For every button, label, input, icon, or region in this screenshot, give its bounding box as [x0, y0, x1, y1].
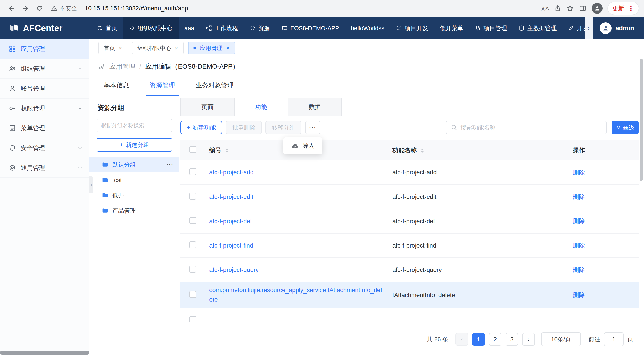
prev-page-button[interactable]: ‹ [456, 333, 468, 346]
sidebar-item-menu-management[interactable]: 菜单管理 [0, 118, 89, 138]
new-group-button[interactable]: + 新建分组 [96, 138, 172, 152]
transfer-group-button[interactable]: 转移分组 [266, 121, 302, 134]
browser-profile-avatar[interactable] [592, 3, 602, 14]
function-code-link[interactable]: afc-f-project-find [209, 242, 253, 249]
group-item-lowcode[interactable]: 低开 [89, 188, 179, 203]
app-logo[interactable]: AFCenter [0, 17, 89, 39]
function-code-link[interactable]: afc-f-project-add [209, 169, 254, 176]
function-code-link[interactable]: com.primeton.liujie.resource_apply_servi… [209, 287, 382, 303]
browser-update-button[interactable]: 更新 ⋮ [608, 2, 638, 15]
sort-icon[interactable] [226, 149, 229, 153]
group-search-input[interactable] [96, 119, 172, 132]
row-checkbox[interactable] [190, 217, 196, 224]
horizontal-scrollbar-thumb[interactable] [0, 351, 89, 355]
nav-scroll-right-button[interactable]: › [585, 17, 592, 39]
vertical-scrollbar-thumb[interactable] [640, 58, 643, 181]
tab-functions[interactable]: 功能 [234, 98, 288, 116]
row-checkbox[interactable] [190, 316, 196, 322]
tab-resource-management[interactable]: 资源管理 [150, 81, 175, 95]
nav-item-org-auth-center[interactable]: 组织权限中心 [123, 17, 178, 39]
close-icon[interactable]: × [175, 45, 178, 51]
tab-basic-info[interactable]: 基本信息 [104, 81, 129, 95]
browser-back-button[interactable] [6, 2, 18, 14]
tab-data[interactable]: 数据 [288, 98, 342, 116]
sort-icon[interactable] [421, 149, 424, 153]
goto-page-input[interactable] [604, 333, 624, 346]
nav-item-aaa[interactable]: aaa [178, 17, 200, 39]
browser-refresh-button[interactable] [33, 2, 46, 14]
nav-item-in-development[interactable]: 开发中 [562, 17, 585, 39]
nav-item-resource[interactable]: 资源 [244, 17, 276, 39]
group-item-test[interactable]: test [89, 172, 179, 188]
delete-link[interactable]: 删除 [573, 267, 585, 273]
sidebar-item-org-management[interactable]: 组织管理 [0, 59, 89, 79]
function-code-link[interactable]: afc-f-project-del [209, 218, 252, 225]
nav-item-lowcode-menu[interactable]: 低开菜单 [434, 17, 469, 39]
address-bar[interactable]: 不安全 10.15.15.151:13082/#/menu_auth/app [51, 4, 533, 12]
delete-link[interactable]: 删除 [573, 242, 585, 249]
sidebar-item-security-management[interactable]: 安全管理 [0, 138, 89, 158]
delete-link[interactable]: 删除 [573, 194, 585, 200]
page-button-3[interactable]: 3 [506, 333, 518, 346]
side-panel-icon[interactable] [579, 5, 586, 12]
nav-item-eos8-demo-app[interactable]: EOS8-DEMO-APP [276, 17, 345, 39]
tab-chip-home[interactable]: 首页 × [98, 42, 128, 54]
close-icon[interactable]: × [226, 45, 229, 51]
nav-item-project-mgmt[interactable]: 项目管理 [469, 17, 513, 39]
nav-item-workflow[interactable]: 工作流程 [200, 17, 244, 39]
function-search-box[interactable] [446, 121, 606, 134]
function-search-input[interactable] [460, 124, 602, 131]
nav-item-master-data[interactable]: 主数据管理 [513, 17, 562, 39]
delete-link[interactable]: 删除 [573, 292, 585, 299]
row-checkbox[interactable] [190, 168, 196, 175]
security-status[interactable]: 不安全 [51, 4, 77, 12]
app-chart-icon [98, 63, 105, 70]
group-item-product-mgmt[interactable]: 产品管理 [89, 203, 179, 218]
sidebar-item-label: 应用管理 [21, 45, 45, 53]
row-checkbox[interactable] [190, 193, 196, 200]
group-more-icon[interactable]: ··· [166, 161, 174, 168]
column-header-name[interactable]: 功能名称 [383, 140, 564, 160]
row-checkbox[interactable] [190, 266, 196, 273]
sidebar-item-permission-management[interactable]: 权限管理 [0, 99, 89, 118]
page-button-1[interactable]: 1 [472, 333, 485, 346]
tab-chip-org-auth-center[interactable]: 组织权限中心 × [132, 42, 184, 54]
group-item-default[interactable]: 默认分组 ··· [89, 157, 179, 172]
bookmark-star-icon[interactable] [566, 5, 574, 12]
browser-menu-icon[interactable]: ⋮ [628, 5, 634, 12]
panel-collapse-handle[interactable]: ‹ [89, 176, 93, 193]
sidebar-item-account-management[interactable]: 账号管理 [0, 79, 89, 99]
browser-forward-button[interactable] [20, 2, 32, 14]
translate-icon[interactable]: 文A [540, 5, 549, 12]
function-code-link[interactable]: afc-f-project-edit [209, 194, 253, 200]
close-icon[interactable]: × [118, 45, 122, 51]
nav-item-project-dev[interactable]: 项目开发 [390, 17, 434, 39]
sidebar-item-general-management[interactable]: 通用管理 [0, 158, 89, 178]
tab-chip-app-management[interactable]: 应用管理 × [188, 42, 235, 54]
page-button-2[interactable]: 2 [489, 333, 502, 346]
nav-item-home[interactable]: 首页 [91, 17, 123, 39]
row-checkbox[interactable] [190, 242, 196, 248]
delete-link[interactable]: 删除 [573, 169, 585, 176]
page-size-select[interactable]: 10条/页 [541, 333, 581, 346]
user-menu[interactable]: admin [592, 17, 644, 39]
next-page-button[interactable]: › [522, 333, 535, 346]
tab-business-object-management[interactable]: 业务对象管理 [196, 81, 234, 95]
workflow-icon [206, 25, 212, 31]
more-actions-button[interactable]: ··· [305, 121, 320, 134]
new-function-button[interactable]: + 新建功能 [180, 121, 222, 134]
user-avatar [600, 22, 612, 34]
import-menu-item[interactable]: 导入 [283, 137, 322, 154]
function-code-link[interactable]: afc-f-project-query [209, 267, 259, 273]
row-checkbox[interactable] [190, 291, 196, 298]
select-all-checkbox[interactable] [190, 146, 196, 153]
share-icon[interactable] [554, 5, 561, 12]
nav-item-helloworldss[interactable]: helloWorldss [345, 17, 390, 39]
button-label: 批量删除 [232, 124, 256, 132]
delete-link[interactable]: 删除 [573, 218, 585, 225]
batch-delete-button[interactable]: 批量删除 [226, 121, 262, 134]
breadcrumb-parent[interactable]: 应用管理 [109, 62, 135, 71]
sidebar-item-app-management[interactable]: 应用管理 [0, 39, 89, 59]
tab-pages[interactable]: 页面 [180, 98, 234, 116]
advanced-search-button[interactable]: 高级 [612, 121, 638, 134]
